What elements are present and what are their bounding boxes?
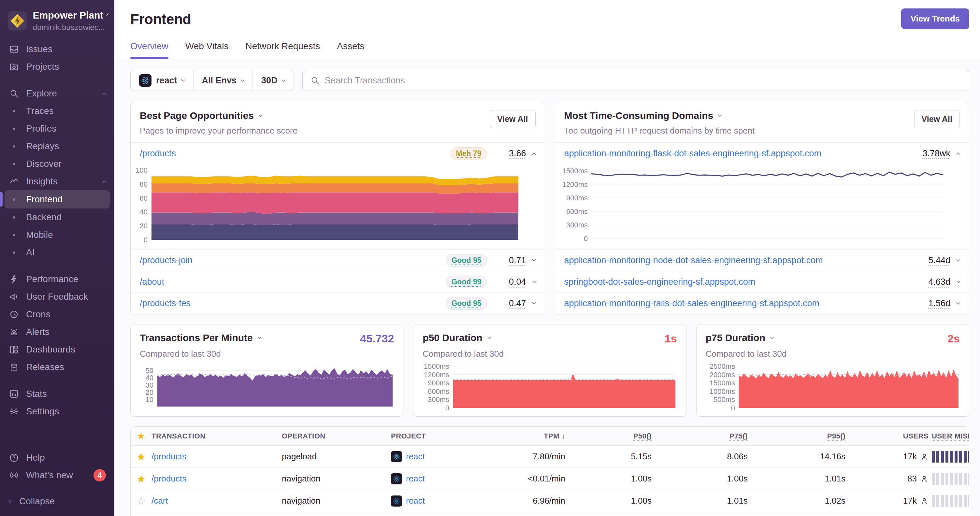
sidebar-item-label: Discover — [26, 159, 62, 169]
collapse-button[interactable]: Collapse — [0, 492, 115, 510]
chevron-down-icon[interactable] — [718, 113, 722, 117]
search-input[interactable] — [325, 76, 961, 86]
chevron-up-icon — [102, 92, 107, 97]
sidebar-item-user-feedback[interactable]: User Feedback — [0, 288, 115, 306]
chevron-down-icon[interactable] — [532, 257, 536, 262]
p50-cell: 5.15s — [568, 451, 655, 462]
area-chart: 0500ms1000ms1500ms2000ms2500ms — [706, 364, 960, 410]
column-header-operation[interactable]: OPERATION — [282, 432, 391, 440]
transaction-link[interactable]: /cart — [151, 496, 282, 506]
page-link[interactable]: /products — [140, 149, 450, 159]
column-header-p75-[interactable]: P75() — [655, 432, 751, 440]
chevron-up-icon[interactable] — [956, 152, 961, 156]
sidebar-item-backend[interactable]: Backend — [0, 208, 115, 226]
score-badge[interactable]: Good 95 — [446, 297, 487, 310]
sidebar-item-discover[interactable]: Discover — [0, 155, 115, 173]
sidebar-item-alerts[interactable]: Alerts — [0, 323, 115, 341]
column-header-project[interactable]: PROJECT — [391, 432, 500, 440]
chevron-down-icon[interactable] — [956, 300, 961, 305]
sidebar-item-explore[interactable]: Explore — [0, 85, 115, 102]
chevron-up-icon[interactable] — [532, 152, 536, 156]
org-name: Empower Plant — [33, 10, 103, 21]
sidebar-item-dashboards[interactable]: Dashboards — [0, 341, 115, 358]
transactions-table: ★TRANSACTIONOPERATIONPROJECTTPM ↓P50()P7… — [130, 426, 969, 516]
sidebar-item-ai[interactable]: AI — [0, 244, 115, 261]
sidebar-item-label: Frontend — [26, 194, 62, 205]
domain-link[interactable]: application-monitoring-node-dot-sales-en… — [564, 256, 912, 265]
sidebar-item-crons[interactable]: Crons — [0, 306, 115, 323]
chevron-down-icon[interactable] — [532, 300, 536, 305]
column-header-p95-[interactable]: P95() — [751, 432, 849, 440]
column-header-transaction[interactable]: TRANSACTION — [151, 432, 282, 440]
sidebar-item-performance[interactable]: Performance — [0, 270, 115, 288]
page-link[interactable]: /products-fes — [140, 298, 446, 308]
sidebar-item-help[interactable]: Help — [0, 449, 115, 467]
project-link[interactable]: react — [391, 473, 500, 484]
score-badge[interactable]: Good 95 — [446, 254, 487, 267]
opportunity-score[interactable]: 0.71 — [492, 256, 526, 265]
sidebar-item-settings[interactable]: Settings — [0, 403, 115, 420]
score-badge[interactable]: Good 99 — [446, 276, 487, 288]
transaction-link[interactable]: /products — [151, 474, 282, 484]
sidebar-item-stats[interactable]: Stats — [0, 385, 115, 403]
react-project-icon — [391, 473, 402, 484]
sidebar-item-profiles[interactable]: Profiles — [0, 120, 115, 138]
chevron-down-icon[interactable] — [956, 279, 961, 283]
opportunities-view-all-button[interactable]: View All — [490, 110, 535, 128]
project-filter[interactable]: react — [130, 70, 193, 90]
domain-time-spent[interactable]: 4.63d — [916, 277, 950, 287]
chevron-down-icon[interactable] — [770, 335, 774, 339]
chevron-down-icon[interactable] — [258, 113, 262, 117]
column-header-p50-[interactable]: P50() — [568, 432, 655, 440]
project-link[interactable]: react — [391, 451, 500, 462]
sidebar-item-releases[interactable]: Releases — [0, 358, 115, 376]
domain-link[interactable]: springboot-dot-sales-engineering-sf.apps… — [564, 277, 912, 287]
environment-filter[interactable]: All Envs — [193, 70, 253, 90]
star-toggle[interactable]: ★ — [130, 474, 151, 484]
chevron-down-icon[interactable] — [956, 257, 961, 262]
column-header-user-misery[interactable]: USER MISERY — [932, 432, 969, 440]
bullet-icon — [9, 251, 19, 254]
domains-view-all-button[interactable]: View All — [914, 110, 960, 128]
view-trends-button[interactable]: View Trends — [901, 8, 969, 29]
chevron-down-icon[interactable] — [258, 335, 262, 339]
sidebar-item-label: Crons — [26, 309, 51, 319]
star-toggle[interactable]: ★ — [130, 451, 151, 462]
org-switcher[interactable]: Empower Plant dominik.buszowiec... — [0, 0, 115, 40]
project-link[interactable]: react — [391, 495, 500, 506]
sidebar-item-insights[interactable]: Insights — [0, 173, 115, 190]
tab-overview[interactable]: Overview — [130, 41, 169, 58]
date-range-filter[interactable]: 30D — [253, 70, 294, 90]
star-toggle[interactable]: ☆ — [130, 496, 151, 506]
sidebar-item-frontend[interactable]: Frontend — [5, 190, 110, 208]
column-header-users[interactable]: USERS — [849, 432, 932, 440]
chevron-down-icon[interactable] — [532, 279, 536, 283]
domain-time-spent[interactable]: 3.78wk — [916, 149, 950, 159]
domain-link[interactable]: application-monitoring-flask-dot-sales-e… — [564, 149, 912, 159]
domain-time-spent[interactable]: 5.44d — [916, 256, 950, 265]
domain-link[interactable]: application-monitoring-rails-dot-sales-e… — [564, 298, 912, 308]
sidebar-item-label: Replays — [26, 141, 59, 151]
opportunity-score[interactable]: 0.47 — [492, 298, 526, 308]
sidebar-item-traces[interactable]: Traces — [0, 102, 115, 120]
line-chart: 0300ms600ms900ms1200ms1500ms — [557, 167, 944, 248]
sidebar-item-replays[interactable]: Replays — [0, 138, 115, 155]
tab-web-vitals[interactable]: Web Vitals — [185, 41, 229, 58]
chevron-down-icon[interactable] — [487, 335, 491, 339]
page-link[interactable]: /about — [140, 277, 446, 287]
domain-time-spent[interactable]: 1.56d — [916, 298, 950, 308]
column-header-tpm[interactable]: TPM ↓ — [500, 432, 568, 440]
opportunity-score[interactable]: 3.66 — [492, 149, 526, 159]
score-badge[interactable]: Meh 79 — [450, 147, 487, 160]
sidebar-item-what-s-new[interactable]: What's new4 — [0, 467, 115, 484]
sidebar-item-projects[interactable]: Projects — [0, 58, 115, 76]
tab-network-requests[interactable]: Network Requests — [246, 41, 320, 58]
transaction-link[interactable]: /products — [151, 451, 282, 462]
sidebar-item-issues[interactable]: Issues — [0, 40, 115, 58]
sidebar-item-mobile[interactable]: Mobile — [0, 226, 115, 244]
feedback-icon — [9, 292, 19, 302]
opportunity-score[interactable]: 0.04 — [492, 277, 526, 287]
tab-assets[interactable]: Assets — [337, 41, 364, 58]
area-chart: 0300ms600ms900ms1200ms1500ms — [423, 364, 677, 410]
page-link[interactable]: /products-join — [140, 256, 446, 265]
